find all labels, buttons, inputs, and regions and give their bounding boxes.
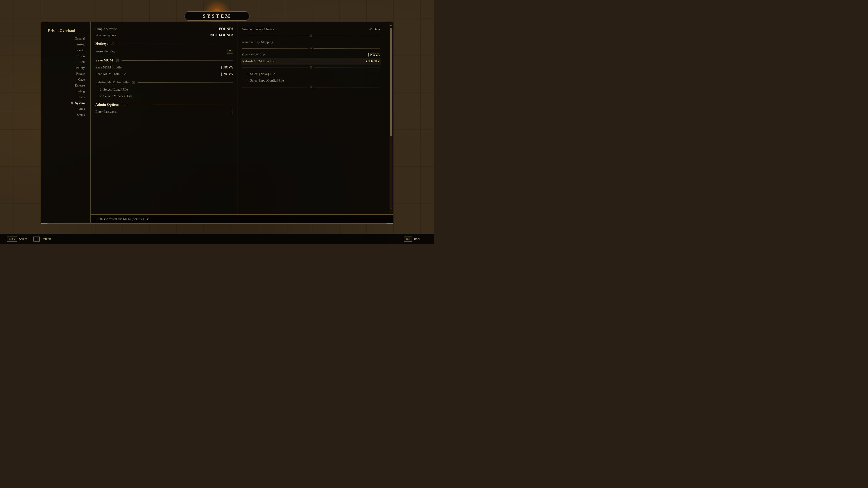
- surrender-key-label: Surrender Key: [95, 50, 115, 53]
- load-mcm-from-file-value: NOVA: [221, 72, 233, 76]
- sidebar-mod-name[interactable]: Prison Overhaul: [41, 27, 90, 35]
- corner-ornament-tr: [386, 22, 393, 29]
- sidebar-item-extras[interactable]: Extras: [41, 106, 90, 112]
- tab-label: Back: [414, 237, 421, 241]
- sidebar-item-skills[interactable]: Skills: [41, 94, 90, 100]
- load-mcm-from-file-label: Load MCM From File: [95, 72, 126, 76]
- sidebar-item-bounty[interactable]: Bounty: [41, 47, 90, 53]
- admin-options-ornament: ⌘: [121, 102, 125, 107]
- info-bar: Hit this to refresh the MCM .json files …: [91, 214, 393, 223]
- sidebar-label-pillory: Pillory: [76, 66, 85, 70]
- skooma-whore-row: Skooma Whore NOT FOUND!: [95, 32, 233, 38]
- sidebar-label-skills: Skills: [78, 96, 85, 99]
- sidebar-label-bounty: Bounty: [75, 48, 85, 52]
- sidebar-item-status[interactable]: Status: [41, 112, 90, 118]
- content-panels: Simple Slavery: FOUND! Skooma Whore NOT …: [91, 22, 393, 214]
- tab-control-group: Tab Back: [404, 236, 421, 241]
- hotkeys-section-line: [117, 43, 233, 44]
- page-title: SYSTEM: [203, 13, 231, 19]
- save-mcm-ornament: ⌘: [115, 58, 119, 63]
- admin-options-section-header: Admin Options ⌘: [95, 102, 233, 107]
- skooma-whore-label: Skooma Whore: [95, 33, 116, 37]
- save-mcm-to-file-value: NOVA: [221, 66, 233, 69]
- clear-mcm-file-label: Clear MCM File: [242, 53, 265, 57]
- sidebar-label-cage: Cage: [78, 78, 85, 82]
- div-line-8: [314, 87, 380, 88]
- simple-slavery-value: FOUND!: [219, 27, 233, 31]
- sidebar-item-prison[interactable]: Prison: [41, 53, 90, 59]
- infinity-icon: ∞: [369, 27, 372, 32]
- select-luna-row[interactable]: 1. Select [Luna] File: [95, 86, 233, 93]
- sidebar-item-system[interactable]: ⚙ System: [41, 100, 90, 106]
- select-xpop-row[interactable]: 4. Select [xpopConfig] File: [242, 77, 380, 84]
- simple-slavery-row: Simple Slavery: FOUND!: [95, 26, 233, 32]
- enter-control-group: Enter Select: [7, 236, 27, 241]
- hotkeys-section-header: Hotkeys ⌘: [95, 41, 233, 46]
- refresh-mcm-row[interactable]: Refresh MCM Files List CLICKY: [241, 58, 381, 65]
- scroll-down-arrow[interactable]: ▼: [389, 209, 393, 213]
- scroll-thumb: [391, 28, 392, 136]
- scrollbar[interactable]: ▲ ▼: [389, 22, 393, 214]
- divider-1: ⌘: [242, 34, 380, 37]
- bottom-controls: Enter Select R Default Tab Back: [0, 234, 434, 244]
- div-line-2: [314, 36, 380, 36]
- remove-key-mapping-label: Remove Key Mapping: [242, 40, 273, 44]
- select-nova-row[interactable]: 3. Select [Nova] File: [242, 71, 380, 77]
- password-cursor: [232, 110, 233, 113]
- sidebar-item-release[interactable]: Release: [41, 83, 90, 89]
- sidebar-label-debug: Debug: [76, 90, 85, 93]
- save-mcm-section-line: [122, 60, 233, 61]
- corner-ornament-bl: [41, 217, 48, 224]
- surrender-key-badge[interactable]: T: [227, 49, 233, 54]
- sidebar-label-status: Status: [77, 113, 85, 117]
- select-minerva-label: 2. Select [Minerva] File: [95, 94, 132, 98]
- sidebar-label-arrest: Arrest: [77, 43, 85, 46]
- scroll-track[interactable]: [390, 28, 392, 208]
- sidebar-label-extras: Extras: [76, 107, 85, 111]
- simple-slavery-chance-row: Simple Slavery Chance. ∞ 66%: [242, 26, 380, 33]
- sidebar-item-parade[interactable]: Parade: [41, 71, 90, 77]
- existing-mcm-ornament: ⌘: [132, 80, 136, 85]
- div-line-7: [242, 87, 308, 88]
- dialog-container: SYSTEM Prison Overhaul General Arrest Bo…: [41, 11, 393, 224]
- refresh-mcm-value: CLICKY: [366, 59, 380, 63]
- refresh-mcm-label: Refresh MCM Files List: [242, 59, 276, 63]
- r-key-badge: R: [33, 236, 39, 241]
- sidebar-label-cell: Cell: [80, 60, 85, 64]
- existing-mcm-section-line: [138, 83, 233, 83]
- sidebar-item-general[interactable]: General: [41, 36, 90, 41]
- enter-label: Select: [19, 237, 27, 241]
- select-minerva-row[interactable]: 2. Select [Minerva] File: [95, 93, 233, 99]
- sidebar: Prison Overhaul General Arrest Bounty Pr…: [41, 22, 91, 223]
- save-mcm-section-header: Save MCM ⌘: [95, 58, 233, 63]
- tab-key-badge: Tab: [404, 236, 412, 241]
- sidebar-label-prison: Prison: [76, 55, 85, 58]
- title-bar: SYSTEM: [41, 11, 393, 21]
- cursor-icon-3: [368, 53, 369, 57]
- right-content-panel: Simple Slavery Chance. ∞ 66% ⌘: [238, 22, 389, 214]
- clear-mcm-file-row[interactable]: Clear MCM File NOVA: [242, 52, 380, 58]
- sidebar-item-pillory[interactable]: Pillory: [41, 65, 90, 71]
- sidebar-item-debug[interactable]: Debug: [41, 89, 90, 94]
- existing-mcm-section-header: Existing MCM Json Files ⌘: [95, 80, 233, 85]
- sidebar-item-cell[interactable]: Cell: [41, 59, 90, 65]
- sidebar-label-system: System: [75, 101, 85, 105]
- select-luna-label: 1. Select [Luna] File: [95, 88, 128, 92]
- sidebar-label-parade: Parade: [76, 72, 85, 76]
- hotkeys-label: Hotkeys: [95, 41, 108, 46]
- save-mcm-to-file-row[interactable]: Save MCM To File NOVA: [95, 64, 233, 71]
- sidebar-item-cage[interactable]: Cage: [41, 77, 90, 83]
- content-area: Simple Slavery: FOUND! Skooma Whore NOT …: [91, 22, 393, 223]
- sidebar-item-arrest[interactable]: Arrest: [41, 41, 90, 47]
- simple-slavery-label: Simple Slavery:: [95, 27, 117, 31]
- surrender-key-row: Surrender Key T: [95, 47, 233, 55]
- load-mcm-from-file-row[interactable]: Load MCM From File NOVA: [95, 71, 233, 77]
- skooma-whore-value: NOT FOUND!: [210, 33, 233, 37]
- remove-key-mapping-row[interactable]: Remove Key Mapping: [242, 39, 380, 45]
- admin-options-label: Admin Options: [95, 103, 119, 107]
- enter-password-label: Enter Password: [95, 110, 117, 113]
- r-label: Default: [41, 237, 51, 241]
- div-symbol-4: ⌘: [310, 86, 312, 89]
- main-panel: Prison Overhaul General Arrest Bounty Pr…: [41, 22, 393, 224]
- div-line-1: [242, 36, 308, 36]
